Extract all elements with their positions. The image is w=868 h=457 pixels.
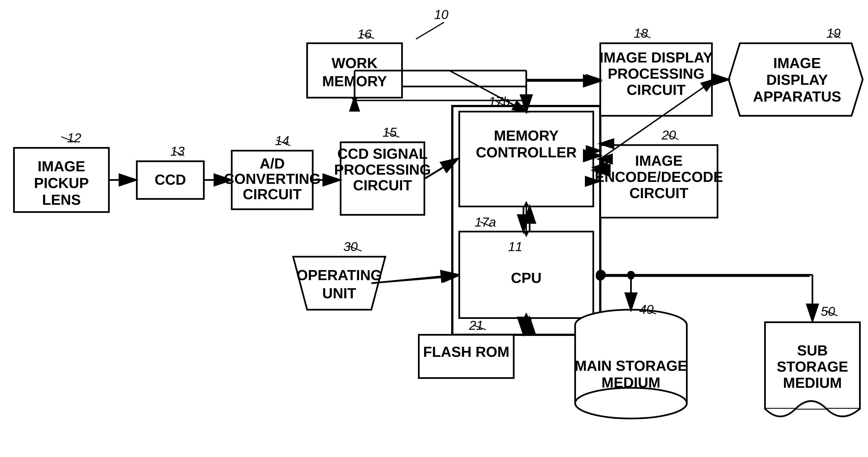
ref-21: 21 xyxy=(469,318,483,333)
label-19-3: APPARATUS xyxy=(753,89,841,105)
label-50-1: SUB xyxy=(797,342,828,359)
label-40-2: MEDIUM xyxy=(602,374,660,391)
label-40-1: MAIN STORAGE xyxy=(575,358,687,374)
label-30-1: OPERATING xyxy=(297,267,382,283)
ref-12: 12 xyxy=(67,131,81,145)
label-50-2: STORAGE xyxy=(777,359,848,375)
label-17a: CPU xyxy=(511,270,541,286)
label-17b-1: MEMORY xyxy=(494,128,559,144)
label-16-1: WORK xyxy=(332,55,378,71)
svg-line-0 xyxy=(416,22,444,39)
label-20-3: CIRCUIT xyxy=(629,185,688,201)
svg-line-39 xyxy=(372,275,457,283)
label-15-2: PROCESSING xyxy=(334,162,431,178)
ref-15: 15 xyxy=(382,125,397,139)
label-20-1: IMAGE xyxy=(635,153,683,169)
label-19-1: IMAGE xyxy=(773,55,821,71)
svg-point-43 xyxy=(596,270,606,280)
label-12-1: IMAGE xyxy=(38,158,85,174)
ref-17a: 17a xyxy=(475,215,496,229)
label-19-2: DISPLAY xyxy=(766,72,828,88)
label-20-2: ENCODE/DECODE xyxy=(595,169,723,185)
ref-16: 16 xyxy=(358,27,372,41)
label-50-3: MEDIUM xyxy=(783,375,842,391)
ref-19: 19 xyxy=(827,26,841,40)
svg-point-45 xyxy=(627,271,635,279)
ref-13: 13 xyxy=(170,144,185,159)
label-ref-11-display: 11 xyxy=(508,239,522,254)
label-15-3: CIRCUIT xyxy=(353,177,412,193)
label-17b-2: CONTROLLER xyxy=(476,144,577,160)
label-21-1: FLASH ROM xyxy=(423,344,509,360)
label-18-2: PROCESSING xyxy=(608,66,705,82)
label-18-3: CIRCUIT xyxy=(627,82,686,98)
label-14-3: CIRCUIT xyxy=(243,186,302,202)
label-30-2: UNIT xyxy=(322,285,356,301)
label-12-2: PICKUP xyxy=(34,175,89,191)
label-15-1: CCD SIGNAL xyxy=(337,145,428,162)
label-14-1: A/D xyxy=(260,155,285,171)
label-14-2: CONVERTING xyxy=(224,171,321,187)
ref-10: 10 xyxy=(434,7,448,22)
ref-40: 40 xyxy=(639,302,654,317)
cylinder-40-bottom xyxy=(575,388,687,419)
label-12-3: LENS xyxy=(42,192,81,208)
label-18-1: IMAGE DISPLAY xyxy=(599,50,713,66)
label-13: CCD xyxy=(155,171,186,188)
diagram-container: 10 11 IMAGE PICKUP LENS 12 CCD 13 A/D CO… xyxy=(0,0,868,457)
